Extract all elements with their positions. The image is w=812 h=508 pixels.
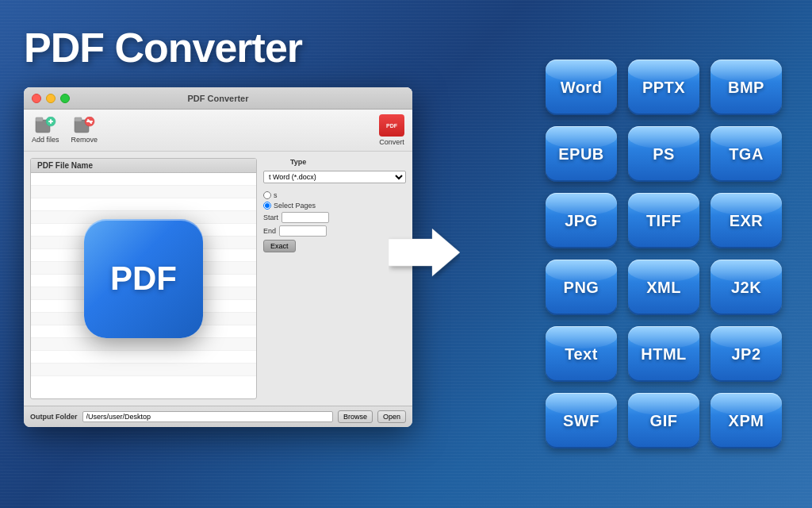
end-input[interactable] <box>279 225 327 237</box>
type-select-row: t Word (*.docx) <box>263 171 406 183</box>
mac-toolbar: Add files Remove PDF Co <box>24 110 412 152</box>
format-btn-xpm[interactable]: XPM <box>710 393 782 448</box>
format-btn-exr[interactable]: EXR <box>710 193 782 248</box>
format-btn-html[interactable]: HTML <box>628 326 699 382</box>
select-pages-label: Select Pages <box>274 202 316 210</box>
format-btn-bmp[interactable]: BMP <box>710 60 782 115</box>
file-list-header: PDF File Name <box>31 159 256 173</box>
right-arrow-icon <box>389 225 460 280</box>
column-filename: PDF File Name <box>37 161 93 170</box>
settings-panel: Type t Word (*.docx) s <box>263 158 406 399</box>
format-btn-text[interactable]: Text <box>546 326 617 382</box>
file-row <box>31 186 256 198</box>
arrow-container <box>389 225 460 283</box>
format-btn-xml[interactable]: XML <box>628 260 699 315</box>
end-row: End <box>263 225 406 237</box>
format-btn-word[interactable]: Word <box>546 60 617 115</box>
format-label-text: Text <box>565 345 598 364</box>
pdf-icon-text: PDF <box>110 260 177 298</box>
format-label-ps: PS <box>653 145 675 164</box>
all-pages-row: s <box>263 191 406 199</box>
format-label-bmp: BMP <box>728 79 764 97</box>
format-label-exr: EXR <box>730 212 764 230</box>
maximize-button[interactable] <box>60 94 70 103</box>
output-folder-label: Output Folder <box>30 413 78 421</box>
format-btn-jp2[interactable]: JP2 <box>710 326 782 382</box>
format-btn-pptx[interactable]: PPTX <box>628 60 699 115</box>
remove-label: Remove <box>71 136 98 144</box>
format-label-word: Word <box>561 79 603 97</box>
remove-button[interactable]: Remove <box>71 117 98 144</box>
add-files-icon <box>34 117 56 134</box>
close-button[interactable] <box>32 94 41 103</box>
output-path-input[interactable] <box>82 411 333 422</box>
format-grid: WordPPTXBMPEPUBPSTGAJPGTIFFEXRPNGXMLJ2KT… <box>546 60 782 448</box>
format-btn-png[interactable]: PNG <box>546 260 617 315</box>
mac-titlebar: PDF Converter <box>24 87 412 110</box>
format-label-jp2: JP2 <box>731 345 760 364</box>
window-title: PDF Converter <box>187 94 248 103</box>
format-label-tga: TGA <box>729 145 764 164</box>
start-label: Start <box>263 214 278 221</box>
main-layout: PDF Converter PDF Converter <box>0 0 812 508</box>
convert-label: Convert <box>379 138 404 146</box>
convert-icon: PDF <box>379 114 404 137</box>
format-btn-tiff[interactable]: TIFF <box>628 193 699 248</box>
mac-window: PDF Converter Add files <box>24 87 412 427</box>
svg-rect-1 <box>36 117 43 121</box>
format-label-j2k: J2K <box>731 279 761 297</box>
pages-section: s Select Pages Start End <box>263 191 406 252</box>
convert-button[interactable]: PDF Convert <box>379 114 404 146</box>
mac-body: PDF File Name <box>24 152 412 406</box>
format-btn-jpg[interactable]: JPG <box>546 193 617 248</box>
all-pages-label: s <box>274 191 278 199</box>
format-label-gif: GIF <box>650 412 678 430</box>
open-button[interactable]: Open <box>377 410 406 423</box>
end-label: End <box>263 227 276 235</box>
browse-button[interactable]: Browse <box>338 410 373 423</box>
right-panel: WordPPTXBMPEPUBPSTGAJPGTIFFEXRPNGXMLJ2KT… <box>492 0 812 508</box>
add-files-button[interactable]: Add files <box>32 117 59 144</box>
svg-marker-10 <box>389 229 460 276</box>
mac-footer: Output Folder Browse Open <box>24 406 412 427</box>
remove-icon <box>73 117 95 134</box>
format-label-pptx: PPTX <box>642 79 685 97</box>
format-label-xpm: XPM <box>729 412 764 430</box>
minimize-button[interactable] <box>46 94 56 103</box>
type-col-label: Type <box>290 158 306 166</box>
all-pages-radio[interactable] <box>263 191 271 199</box>
format-btn-tga[interactable]: TGA <box>710 126 782 182</box>
select-pages-radio[interactable] <box>263 202 271 210</box>
file-row <box>31 364 256 376</box>
type-row: Type <box>263 158 406 166</box>
svg-rect-6 <box>75 117 82 121</box>
add-files-label: Add files <box>32 136 59 144</box>
format-btn-gif[interactable]: GIF <box>628 393 699 448</box>
start-row: Start <box>263 212 406 223</box>
svg-rect-4 <box>50 119 52 124</box>
pdf-icon-big: PDF <box>84 219 203 338</box>
format-label-jpg: JPG <box>565 212 598 230</box>
format-label-xml: XML <box>646 279 681 297</box>
file-list-area[interactable]: PDF File Name <box>30 158 257 399</box>
format-label-swf: SWF <box>563 412 599 430</box>
start-input[interactable] <box>282 212 329 223</box>
select-pages-row: Select Pages <box>263 202 406 210</box>
type-select[interactable]: t Word (*.docx) <box>263 171 406 183</box>
format-btn-swf[interactable]: SWF <box>546 393 617 448</box>
format-label-epub: EPUB <box>558 145 604 164</box>
left-panel: PDF Converter PDF Converter <box>0 0 492 508</box>
format-label-png: PNG <box>564 279 599 297</box>
traffic-lights <box>32 94 70 103</box>
file-row <box>31 173 256 186</box>
format-btn-j2k[interactable]: J2K <box>710 260 782 315</box>
file-row <box>31 351 256 364</box>
format-btn-ps[interactable]: PS <box>628 126 699 182</box>
exact-button[interactable]: Exact <box>263 240 296 252</box>
app-title: PDF Converter <box>24 24 476 71</box>
format-label-tiff: TIFF <box>646 212 681 230</box>
format-btn-epub[interactable]: EPUB <box>546 126 617 182</box>
format-label-html: HTML <box>641 345 687 364</box>
file-row <box>31 338 256 351</box>
file-row <box>31 198 256 211</box>
